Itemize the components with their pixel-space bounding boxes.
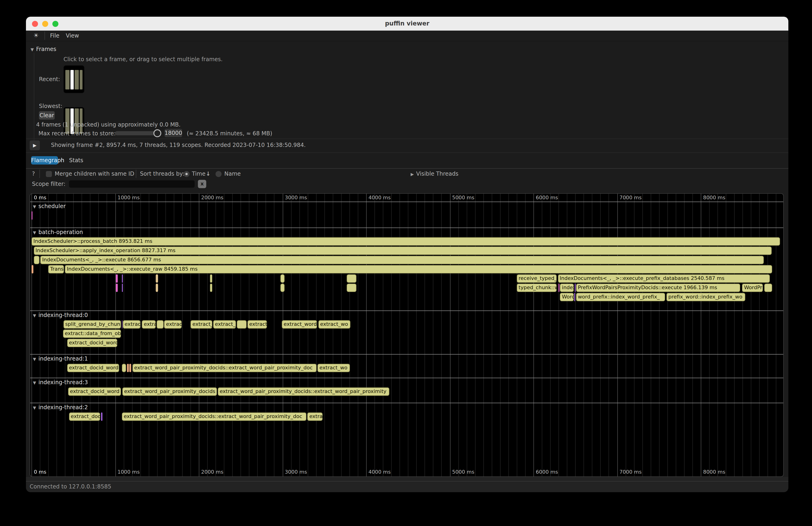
- scope-bar[interactable]: WordPr: [742, 283, 763, 292]
- grid-line: [358, 194, 358, 477]
- scope-bar[interactable]: split_grenad_by_chun: [63, 320, 121, 328]
- scope-bar[interactable]: IndexDocuments<_, _>::execute_raw 8459.1…: [65, 265, 772, 274]
- scope-bar[interactable]: [210, 274, 212, 283]
- max-frames-slider-knob[interactable]: [154, 129, 161, 137]
- thread-section-header[interactable]: ▼scheduler: [33, 203, 66, 209]
- scope-bar[interactable]: word_prefix::index_word_prefix_: [576, 293, 665, 301]
- tab-flamegraph[interactable]: Flamegraph: [31, 156, 58, 164]
- scope-bar[interactable]: [32, 265, 33, 274]
- collapse-triangle-icon: ▼: [33, 230, 36, 235]
- sort-direction-arrow-icon[interactable]: ↓: [206, 171, 211, 177]
- recent-frame-thumbnail[interactable]: [63, 65, 84, 93]
- thread-section-header[interactable]: ▼indexing-thread:1: [33, 355, 88, 362]
- scope-bar[interactable]: [129, 364, 131, 372]
- scope-bar[interactable]: extract_word_pair_proximity_docids::extr…: [132, 364, 317, 372]
- scope-bar[interactable]: extract::data_from_ob: [63, 330, 121, 338]
- scope-bar[interactable]: PrefixWordPairsProximityDocids::execute …: [576, 283, 740, 292]
- merge-children-label[interactable]: Merge children with same ID: [55, 171, 134, 177]
- scope-bar[interactable]: [574, 293, 575, 301]
- thread-section-header[interactable]: ▼batch-operation: [33, 229, 83, 235]
- scope-bar[interactable]: extract_docid_word: [67, 364, 119, 372]
- max-frames-value[interactable]: 18000: [164, 129, 182, 137]
- scope-bar[interactable]: [764, 283, 772, 292]
- scope-bar[interactable]: extract_wo: [318, 364, 350, 372]
- sort-name-radio[interactable]: [216, 171, 221, 177]
- scope-bar[interactable]: extract_docid_word: [68, 388, 121, 396]
- scope-bar[interactable]: [210, 283, 212, 292]
- scope-bar[interactable]: extract_: [190, 320, 212, 328]
- menu-file[interactable]: File: [50, 32, 59, 39]
- sort-time-label[interactable]: Time: [192, 171, 205, 177]
- scope-bar[interactable]: [122, 320, 122, 328]
- thread-section-header[interactable]: ▼indexing-thread:2: [33, 404, 88, 411]
- frames-hint: Click to select a frame, or drag to sele…: [63, 56, 223, 62]
- scope-bar[interactable]: prefix_word::index_prefix_wo: [666, 293, 745, 301]
- scope-bar[interactable]: [122, 283, 123, 292]
- scope-bar[interactable]: extract_wo: [318, 320, 351, 328]
- scope-bar[interactable]: IndexDocuments<_, _>::execute_prefix_dat…: [558, 274, 770, 283]
- scope-bar[interactable]: Word: [560, 293, 574, 301]
- divider: [26, 138, 788, 139]
- scope-bar[interactable]: [575, 283, 576, 292]
- scope-bar[interactable]: extract_docid_word: [67, 339, 117, 347]
- menu-view[interactable]: View: [66, 32, 79, 39]
- scope-bar[interactable]: extract_word_pair_proximity_docids: [122, 388, 217, 396]
- scope-bar[interactable]: extract_word_pair_proximity_docids::extr…: [122, 412, 306, 421]
- scope-bar[interactable]: [236, 320, 247, 328]
- scope-filter-input[interactable]: [69, 180, 195, 188]
- frames-section-header[interactable]: ▼Frames: [31, 46, 56, 53]
- scope-bar[interactable]: [347, 283, 357, 292]
- scope-bar[interactable]: extract_doc: [69, 412, 100, 421]
- grid-line: [425, 194, 425, 477]
- scope-bar[interactable]: extract_: [213, 320, 236, 328]
- scope-bar[interactable]: extrac: [164, 320, 182, 328]
- clear-button[interactable]: Clear: [39, 111, 55, 120]
- scope-bar[interactable]: extract: [122, 320, 141, 328]
- scope-bar[interactable]: extra: [142, 320, 156, 328]
- scope-bar[interactable]: [34, 256, 39, 264]
- tab-stats[interactable]: Stats: [69, 156, 83, 164]
- scope-bar[interactable]: IndexScheduler>::process_batch 8953.821 …: [31, 237, 780, 246]
- scope-bar[interactable]: [280, 283, 285, 292]
- flamegraph-canvas[interactable]: 0 ms1000 ms2000 ms3000 ms4000 ms5000 ms6…: [30, 193, 784, 477]
- scope-bar[interactable]: [101, 412, 102, 421]
- scope-bar[interactable]: [157, 320, 163, 328]
- scope-bar[interactable]: receive_typed_: [517, 274, 557, 283]
- play-button[interactable]: ▶: [30, 141, 40, 150]
- scope-bar[interactable]: [122, 274, 123, 283]
- scope-bar[interactable]: extract: [247, 320, 267, 328]
- sort-name-label[interactable]: Name: [224, 171, 241, 177]
- scope-bar[interactable]: [559, 283, 560, 292]
- scope-bar[interactable]: [116, 283, 118, 292]
- grid-line: [140, 194, 141, 477]
- scope-bar[interactable]: index: [560, 283, 574, 292]
- scope-bar[interactable]: IndexDocuments<_, _>::execute 8656.677 m…: [40, 256, 764, 264]
- merge-children-checkbox[interactable]: [46, 171, 52, 177]
- thread-section-header[interactable]: ▼indexing-thread:0: [33, 312, 88, 318]
- scope-bar[interactable]: [280, 274, 285, 283]
- scope-bar[interactable]: extract_word: [282, 320, 317, 328]
- sort-time-radio[interactable]: [184, 171, 190, 177]
- help-button[interactable]: ?: [32, 171, 35, 177]
- scope-bar[interactable]: [127, 364, 129, 372]
- scope-bar[interactable]: Trans: [48, 265, 64, 274]
- grid-line: [634, 194, 634, 477]
- visible-threads-toggle[interactable]: ▶Visible Threads: [411, 171, 459, 177]
- scope-bar[interactable]: [122, 364, 126, 372]
- time-tick-label: 4000 ms: [368, 195, 391, 201]
- clear-filter-button[interactable]: x: [198, 180, 206, 188]
- grid-line: [165, 194, 166, 477]
- scope-bar[interactable]: IndexScheduler>::apply_index_operation 8…: [33, 247, 772, 255]
- scope-bar[interactable]: typed_chunk::w: [517, 283, 556, 292]
- scope-bar[interactable]: [347, 274, 357, 283]
- scope-bar[interactable]: extrac: [307, 412, 322, 421]
- scope-bar[interactable]: [156, 283, 158, 292]
- thread-section-header[interactable]: ▼indexing-thread:3: [33, 379, 88, 385]
- scope-bar[interactable]: [156, 274, 158, 283]
- scope-bar[interactable]: extract_word_pair_proximity_docids::extr…: [218, 388, 390, 396]
- scope-bar[interactable]: [116, 274, 118, 283]
- grid-line: [676, 194, 676, 477]
- theme-toggle-icon[interactable]: ☀: [33, 32, 39, 39]
- scope-label: typed_chunk::w: [517, 283, 556, 292]
- scope-bar[interactable]: [31, 211, 32, 220]
